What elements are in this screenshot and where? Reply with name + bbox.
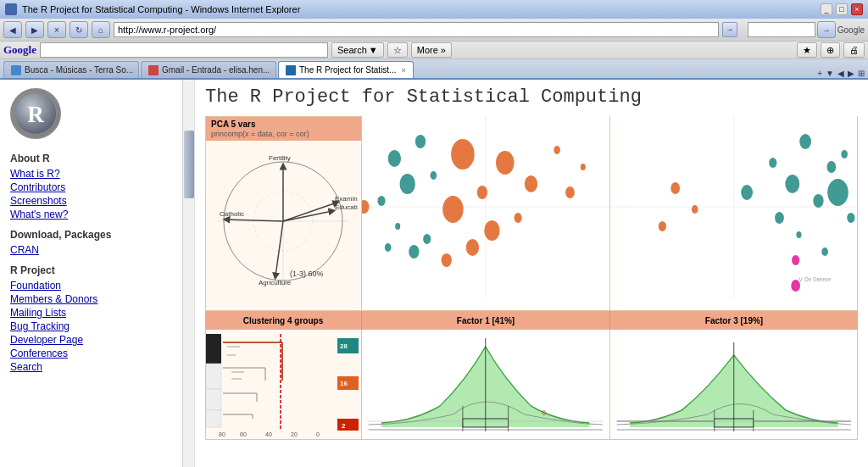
- maximize-btn[interactable]: □: [836, 3, 848, 15]
- svg-text:Examination: Examination: [335, 195, 358, 203]
- forward-btn[interactable]: ▶: [25, 21, 44, 38]
- toolbar-rss-btn[interactable]: ⊕: [821, 42, 840, 58]
- clustering-label: Clustering 4 groups: [205, 311, 362, 330]
- clustering-svg: 28 16 2 80 60 40 20 0: [206, 330, 362, 438]
- search-dropdown-icon[interactable]: ▼: [369, 45, 378, 55]
- sidebar-link-cran[interactable]: CRAN: [10, 244, 184, 256]
- sidebar-link-mailing[interactable]: Mailing Lists: [10, 307, 184, 319]
- svg-text:Education: Education: [335, 203, 358, 211]
- bell-charts: [362, 330, 858, 440]
- svg-rect-79: [337, 419, 359, 431]
- svg-point-18: [496, 151, 514, 175]
- tab-options2-btn[interactable]: ⊞: [858, 69, 865, 78]
- bookmark-btn[interactable]: ☆: [387, 42, 408, 58]
- search-button[interactable]: Search ▼: [331, 42, 384, 58]
- tab-0-label: Busca - Músicas - Terra So...: [25, 65, 133, 75]
- charts-area: PCA 5 vars princomp(x = data, cor = cor): [205, 116, 858, 440]
- pca-inner: Fertility Catholic Examination Education…: [206, 141, 361, 310]
- google-toolbar-search[interactable]: [40, 42, 328, 58]
- sidebar-link-whats-new[interactable]: What's new?: [10, 208, 184, 220]
- factor3-label: Factor 3 [19%]: [610, 311, 858, 330]
- svg-rect-59: [206, 334, 221, 364]
- svg-point-22: [515, 213, 522, 223]
- svg-text:16: 16: [340, 380, 348, 387]
- google-toolbar: Google Search ▼ ☆ More » ★ ⊕ 🖨: [0, 41, 868, 59]
- google-search-input[interactable]: [748, 22, 815, 37]
- r-logo: R: [10, 88, 61, 139]
- tab-1-label: Gmail - Entrada - elisa.hen...: [162, 65, 270, 75]
- svg-point-54: [792, 255, 799, 265]
- sidebar: R About R What is R? Contributors Screen…: [0, 80, 195, 467]
- pca-chart: PCA 5 vars princomp(x = data, cor = cor): [205, 116, 362, 311]
- tab-0-close[interactable]: ×: [138, 66, 139, 75]
- svg-point-31: [415, 135, 426, 148]
- tab-scroll-left[interactable]: ◀: [837, 69, 844, 78]
- sidebar-link-contributors[interactable]: Contributors: [10, 181, 184, 193]
- pca-header: PCA 5 vars princomp(x = data, cor = cor): [206, 117, 361, 141]
- svg-text:28: 28: [340, 342, 348, 350]
- svg-point-35: [395, 223, 400, 230]
- svg-rect-62: [206, 410, 221, 427]
- tab-1-close[interactable]: ×: [275, 66, 276, 75]
- new-tab-btn[interactable]: +: [817, 69, 822, 78]
- sidebar-link-search[interactable]: Search: [10, 361, 184, 373]
- toolbar-fav-btn[interactable]: ★: [797, 42, 817, 58]
- svg-text:80: 80: [219, 431, 225, 437]
- tab-2-close[interactable]: ×: [401, 66, 405, 75]
- svg-point-51: [741, 185, 753, 200]
- refresh-btn[interactable]: ↻: [70, 21, 88, 38]
- svg-text:Agriculture: Agriculture: [259, 279, 292, 286]
- tab-options-btn[interactable]: ▼: [826, 69, 834, 78]
- bell-svg-1: [362, 330, 609, 438]
- home-btn[interactable]: ⌂: [92, 21, 110, 38]
- browser-icon: [5, 3, 17, 15]
- minimize-btn[interactable]: _: [821, 3, 832, 15]
- tab-0[interactable]: Busca - Músicas - Terra So... ×: [3, 61, 139, 78]
- tab-scroll-right[interactable]: ▶: [848, 69, 854, 78]
- svg-text:0: 0: [316, 431, 320, 437]
- svg-text:40: 40: [265, 431, 272, 437]
- sidebar-link-what-is-r[interactable]: What is R?: [10, 168, 184, 180]
- more-btn[interactable]: More »: [411, 42, 452, 58]
- sidebar-logo: R: [10, 88, 184, 139]
- svg-line-10: [275, 221, 283, 276]
- sidebar-scrollbar[interactable]: [182, 80, 194, 467]
- svg-point-44: [785, 175, 799, 193]
- download-section: Download, Packages: [10, 229, 184, 241]
- svg-point-48: [847, 213, 854, 223]
- sidebar-link-members[interactable]: Members & Donors: [10, 293, 184, 305]
- tab-2[interactable]: The R Project for Statist... ×: [278, 61, 414, 78]
- svg-point-42: [799, 134, 811, 149]
- scrollbar-thumb[interactable]: [184, 131, 194, 198]
- address-input[interactable]: [114, 22, 719, 37]
- scatter-left-svg: [362, 116, 609, 298]
- sidebar-link-foundation[interactable]: Foundation: [10, 280, 184, 292]
- tab-2-label: The R Project for Statist...: [299, 65, 396, 75]
- vdg-label: V. De Geneve: [798, 275, 831, 283]
- svg-rect-61: [206, 389, 221, 410]
- svg-point-39: [362, 200, 369, 214]
- svg-text:Fertility: Fertility: [269, 154, 291, 162]
- svg-point-21: [477, 186, 487, 199]
- pca-subtitle: princomp(x = data, cor = cor): [211, 130, 309, 138]
- back-btn[interactable]: ◀: [3, 21, 22, 38]
- go-btn[interactable]: →: [722, 22, 737, 37]
- stop-btn[interactable]: ×: [47, 21, 66, 38]
- toolbar-print-btn[interactable]: 🖨: [843, 42, 865, 58]
- svg-point-20: [451, 139, 475, 170]
- svg-point-26: [442, 253, 452, 267]
- search-go-btn[interactable]: →: [817, 21, 836, 38]
- clustering-chart: 28 16 2 80 60 40 20 0: [205, 330, 362, 440]
- top-charts-row: PCA 5 vars princomp(x = data, cor = cor): [205, 116, 858, 311]
- sidebar-link-developer[interactable]: Developer Page: [10, 334, 184, 346]
- svg-point-37: [423, 234, 431, 244]
- svg-point-38: [385, 243, 392, 252]
- svg-point-57: [658, 221, 665, 231]
- sidebar-link-screenshots[interactable]: Screenshots: [10, 195, 184, 207]
- svg-point-43: [826, 161, 836, 173]
- page-title: The R Project for Statistical Computing: [205, 86, 858, 108]
- sidebar-link-bug-tracking[interactable]: Bug Tracking: [10, 320, 184, 332]
- sidebar-link-conferences[interactable]: Conferences: [10, 347, 184, 359]
- tab-1[interactable]: Gmail - Entrada - elisa.hen... ×: [141, 61, 276, 78]
- close-btn[interactable]: ×: [851, 3, 863, 15]
